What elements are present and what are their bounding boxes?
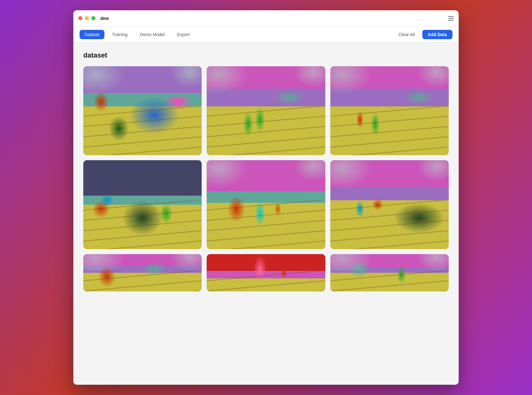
hamburger-menu-icon[interactable] [448,16,454,21]
minimize-button[interactable] [85,16,89,20]
list-item[interactable] [207,160,325,249]
list-item[interactable] [207,254,325,291]
list-item[interactable] [330,254,449,291]
navbar: Dataset Training Demo Model Export Clear… [73,26,459,43]
app-window: dew Dataset Training Demo Model Export C… [73,10,459,385]
main-content: dataset [73,43,459,385]
clear-all-button[interactable]: Clear All [393,30,420,39]
tab-demo-model[interactable]: Demo Model [135,30,169,39]
add-data-button[interactable]: Add Data [422,30,452,39]
tab-export[interactable]: Export [172,30,195,39]
list-item[interactable] [83,66,202,155]
page-title: dataset [83,51,449,59]
list-item[interactable] [207,66,325,155]
titlebar: dew [73,10,459,26]
maximize-button[interactable] [91,16,95,20]
traffic-lights [78,16,95,20]
close-button[interactable] [78,16,82,20]
window-title: dew [100,16,109,21]
tab-dataset[interactable]: Dataset [80,30,104,39]
list-item[interactable] [330,160,449,249]
list-item[interactable] [83,254,202,291]
tab-training[interactable]: Training [107,30,132,39]
list-item[interactable] [83,160,202,249]
image-grid [83,66,449,291]
list-item[interactable] [330,66,449,155]
